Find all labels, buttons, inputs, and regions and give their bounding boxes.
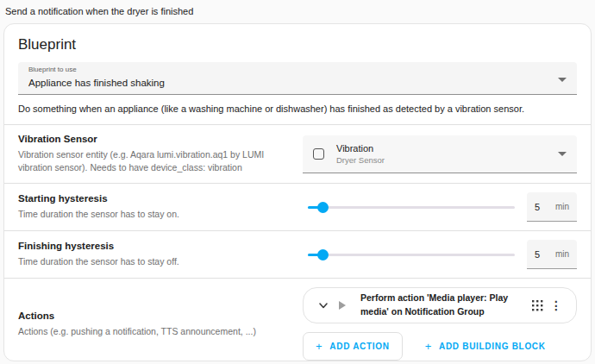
vibration-entity-picker[interactable]: Vibration Dryer Sensor: [303, 135, 577, 173]
row-vibration-sensor: Vibration Sensor Vibration sensor entity…: [4, 125, 591, 184]
starting-hysteresis-description: Time duration the sensor has to stay on.: [18, 208, 296, 221]
finishing-hysteresis-title: Finishing hysteresis: [18, 241, 296, 251]
starting-hysteresis-input[interactable]: 5 min: [527, 192, 577, 222]
add-building-block-button[interactable]: + ADD BUILDING BLOCK: [413, 333, 558, 360]
blueprint-card: Blueprint Blueprint to use Appliance has…: [3, 23, 592, 361]
blueprint-description: Do something when an appliance (like a w…: [4, 95, 591, 125]
vibration-sensor-icon: [313, 148, 324, 160]
starting-hysteresis-slider[interactable]: [308, 201, 515, 214]
plus-icon: +: [316, 340, 323, 353]
vibration-sensor-title: Vibration Sensor: [18, 134, 296, 144]
finishing-hysteresis-input[interactable]: 5 min: [527, 240, 577, 269]
row-actions: Actions Actions (e.g. pushing a notifica…: [4, 279, 591, 361]
run-action-button[interactable]: [333, 296, 352, 315]
actions-title: Actions: [18, 311, 296, 321]
chevron-down-icon: [318, 300, 329, 311]
slider-track[interactable]: [308, 254, 515, 256]
blueprint-select[interactable]: Blueprint to use Appliance has finished …: [18, 62, 577, 95]
add-action-button[interactable]: + ADD ACTION: [303, 332, 403, 361]
vibration-sensor-description: Vibration sensor entity (e.g. Aqara lumi…: [18, 148, 296, 174]
finishing-hysteresis-slider[interactable]: [308, 248, 515, 261]
entity-name: Vibration: [336, 143, 385, 154]
starting-hysteresis-title: Starting hysteresis: [18, 193, 296, 204]
duration-unit: min: [555, 202, 569, 211]
slider-track[interactable]: [308, 206, 515, 209]
action-row[interactable]: Perform action 'Media player: Play media…: [303, 287, 577, 323]
row-finishing-hysteresis: Finishing hysteresis Time duration the s…: [4, 231, 591, 279]
slider-thumb[interactable]: [317, 202, 329, 213]
kebab-menu-icon: ⋮: [550, 298, 562, 312]
entity-secondary: Dryer Sensor: [336, 155, 385, 165]
blueprint-select-value: Appliance has finished shaking: [28, 78, 165, 88]
action-overflow-menu-button[interactable]: ⋮: [547, 296, 566, 315]
action-label: Perform action 'Media player: Play media…: [360, 292, 521, 319]
actions-description: Actions (e.g. pushing a notification, TT…: [18, 325, 296, 338]
duration-value: 5: [535, 249, 540, 260]
drag-handle[interactable]: [528, 296, 547, 315]
chevron-down-icon: [558, 78, 567, 82]
finishing-hysteresis-description: Time duration the sensor has to stay off…: [18, 255, 296, 268]
drag-icon: [532, 300, 543, 311]
plus-icon: +: [425, 340, 432, 353]
page-title: Send a notification when the dryer is fi…: [0, 0, 595, 23]
play-icon: [339, 301, 346, 310]
slider-thumb[interactable]: [317, 249, 329, 260]
blueprint-select-label: Blueprint to use: [28, 66, 77, 73]
chevron-down-icon: [558, 152, 567, 156]
duration-unit: min: [555, 249, 569, 259]
card-title: Blueprint: [4, 24, 591, 62]
duration-value: 5: [535, 202, 540, 212]
row-starting-hysteresis: Starting hysteresis Time duration the se…: [4, 184, 591, 231]
expand-chevron-button[interactable]: [314, 296, 333, 315]
